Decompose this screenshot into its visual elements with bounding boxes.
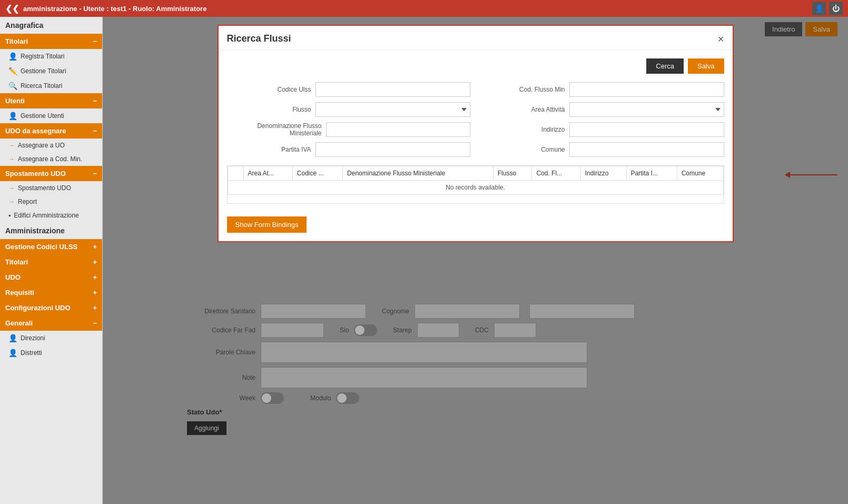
col-denominazione: Denominazione Flusso Ministeriale [343, 166, 494, 181]
modal-action-buttons: Cerca Salva [227, 58, 724, 74]
user-icon-3: 👤 [8, 334, 17, 342]
sidebar-group-utenti[interactable]: Utenti − [0, 93, 102, 108]
topbar-power-icon[interactable]: ⏻ [829, 2, 843, 15]
sidebar-item-gestione-titolari[interactable]: ✏️ Gestione Titolari [0, 64, 102, 78]
modal-header: Ricerca Flussi × [219, 26, 733, 50]
arrow-icon-3: → [8, 184, 15, 192]
field-flusso: Flusso [227, 102, 470, 117]
select-flusso[interactable] [315, 102, 470, 117]
arrow-icon-4: → [8, 198, 15, 205]
label-codice-ulss: Codice Ulss [227, 86, 311, 93]
topbar-title: amministrazione - Utente : test1 - Ruolo… [23, 5, 206, 13]
ricerca-flussi-modal: Ricerca Flussi × Cerca Salva Codice Ulss [218, 25, 734, 242]
sidebar-item-distretti[interactable]: 👤 Distretti [0, 345, 102, 360]
sidebar-group-requisiti[interactable]: Requisiti + [0, 285, 102, 300]
sidebar-item-spostamento-udo[interactable]: → Spostamento UDO [0, 181, 102, 195]
label-flusso: Flusso [227, 106, 311, 113]
user-icon-2: 👤 [8, 112, 17, 120]
field-area-attivita: Area Attività [481, 102, 724, 117]
col-comune: Comune [677, 166, 723, 181]
building-icon: ▪ [8, 212, 11, 219]
label-area-attivita: Area Attività [481, 106, 565, 113]
modal-overlay: Ricerca Flussi × Cerca Salva Codice Ulss [103, 17, 848, 504]
sidebar-item-assegnare-uo[interactable]: → Assegnare a UO [0, 139, 102, 152]
input-comune[interactable] [569, 142, 724, 157]
sidebar-group-configurazioni[interactable]: Configurazioni UDO + [0, 300, 102, 315]
field-denominazione: Denominazione Flusso Ministeriale [227, 122, 470, 137]
col-flusso: Flusso [493, 166, 532, 181]
sidebar-group-generali[interactable]: Generali − [0, 315, 102, 331]
sidebar-group-titolari-admin[interactable]: Titolari + [0, 254, 102, 270]
sidebar: Anagrafica Titolari − 👤 Registra Titolar… [0, 17, 103, 504]
show-form-bindings-button[interactable]: Show Form Bindings [227, 216, 307, 233]
sidebar-group-titolari[interactable]: Titolari − [0, 34, 102, 49]
show-bindings-area: Show Form Bindings [227, 212, 724, 233]
label-denominazione: Denominazione Flusso Ministeriale [227, 122, 322, 137]
label-cod-flusso-min: Cod. Flusso Min [481, 86, 565, 93]
topbar-user-icon[interactable]: 👤 [812, 2, 826, 15]
sidebar-group-udo-assegnare[interactable]: UDO da assegnare − [0, 123, 102, 139]
topbar: ❮❮ amministrazione - Utente : test1 - Ru… [0, 0, 848, 17]
cerca-button[interactable]: Cerca [646, 58, 684, 74]
table-header-row: Area At... Codice ... Denominazione Flus… [228, 166, 723, 181]
field-codice-ulss: Codice Ulss [227, 82, 470, 97]
col-cod-fl: Cod. Fl... [532, 166, 580, 181]
col-codice: Codice ... [292, 166, 342, 181]
search-icon: 🔍 [8, 82, 17, 90]
user-icon: 👤 [8, 52, 17, 61]
label-partita-iva: Partita IVA [227, 146, 311, 153]
sidebar-item-edifici[interactable]: ▪ Edifici Amministrazione [0, 209, 102, 222]
field-comune: Comune [481, 142, 724, 157]
sidebar-item-ricerca-titolari[interactable]: 🔍 Ricerca Titolari [0, 78, 102, 93]
sidebar-group-udo[interactable]: UDO + [0, 270, 102, 285]
input-codice-ulss[interactable] [315, 82, 470, 97]
sidebar-item-gestione-utenti[interactable]: 👤 Gestione Utenti [0, 108, 102, 123]
input-indirizzo[interactable] [569, 122, 724, 137]
field-partita-iva: Partita IVA [227, 142, 470, 157]
arrow-icon-2: → [8, 155, 15, 163]
input-partita-iva[interactable] [315, 142, 470, 157]
field-cod-flusso-min: Cod. Flusso Min [481, 82, 724, 97]
input-cod-flusso-min[interactable] [569, 82, 724, 97]
content-area: Indietro Salva Direttore Sanitario Cogno… [103, 17, 848, 504]
sidebar-group-gestione-codici[interactable]: Gestione Codici ULSS + [0, 239, 102, 254]
salva-modal-button[interactable]: Salva [688, 58, 724, 74]
sidebar-item-report[interactable]: → Report [0, 195, 102, 209]
topbar-right: 👤 ⏻ [812, 2, 843, 15]
table-no-records-row: No records available. [228, 181, 723, 195]
back-arrow-icon[interactable]: ❮❮ [5, 4, 19, 14]
results-table: Area At... Codice ... Denominazione Flus… [228, 166, 724, 195]
label-indirizzo: Indirizzo [481, 126, 565, 133]
no-records-text: No records available. [228, 181, 723, 195]
modal-title: Ricerca Flussi [227, 33, 291, 44]
sidebar-item-registra-titolari[interactable]: 👤 Registra Titolari [0, 49, 102, 64]
input-denominazione[interactable] [326, 122, 470, 137]
field-indirizzo: Indirizzo [481, 122, 724, 137]
user-icon-4: 👤 [8, 349, 17, 357]
sidebar-group-spostamento[interactable]: Spostamento UDO − [0, 166, 102, 181]
topbar-left: ❮❮ amministrazione - Utente : test1 - Ru… [5, 4, 812, 14]
sidebar-item-assegnare-cod-min[interactable]: → Assegnare a Cod. Min. [0, 152, 102, 166]
label-comune: Comune [481, 146, 565, 153]
sidebar-section-anagrafica: Anagrafica [0, 17, 102, 34]
col-indirizzo: Indirizzo [580, 166, 626, 181]
col-checkbox [228, 166, 243, 181]
modal-body: Cerca Salva Codice Ulss Cod. Flusso Min [219, 50, 733, 241]
select-area-attivita[interactable] [569, 102, 724, 117]
search-form: Codice Ulss Cod. Flusso Min Flusso [227, 82, 724, 157]
sidebar-section-amministrazione: Amministrazione [0, 222, 102, 239]
col-area: Area At... [243, 166, 292, 181]
sidebar-item-direzioni[interactable]: 👤 Direzioni [0, 331, 102, 345]
results-table-wrap: Area At... Codice ... Denominazione Flus… [227, 165, 724, 204]
arrow-icon-1: → [8, 142, 15, 149]
modal-close-button[interactable]: × [718, 34, 724, 44]
edit-icon: ✏️ [8, 67, 17, 75]
col-partita: Partita I... [626, 166, 677, 181]
